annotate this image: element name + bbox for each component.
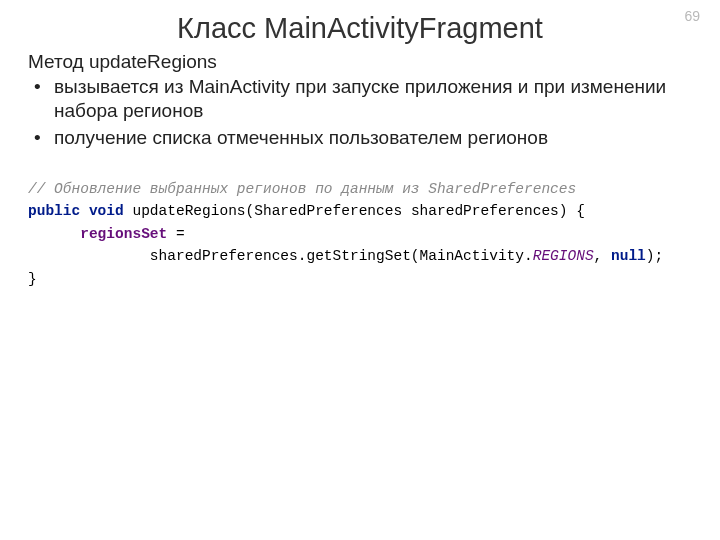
code-text: sharedPreferences.getStringSet(MainActiv… (28, 248, 533, 264)
method-subtitle: Метод updateRegions (28, 51, 692, 73)
slide-title: Класс MainActivityFragment (28, 12, 692, 45)
list-item: получение списка отмеченных пользователе… (28, 126, 692, 150)
code-text: = (167, 226, 184, 242)
code-block: // Обновление выбранных регионов по данн… (28, 178, 692, 290)
code-keyword: void (89, 203, 124, 219)
code-keyword: null (611, 248, 646, 264)
list-item: вызывается из MainActivity при запуске п… (28, 75, 692, 124)
code-static-field: REGIONS (533, 248, 594, 264)
bullet-list: вызывается из MainActivity при запуске п… (28, 75, 692, 150)
code-field: regionsSet (80, 226, 167, 242)
code-text: , (594, 248, 611, 264)
code-text: ); (646, 248, 663, 264)
code-keyword: public (28, 203, 80, 219)
code-brace: } (28, 271, 37, 287)
code-comment: // Обновление выбранных регионов по данн… (28, 181, 576, 197)
code-indent (28, 226, 80, 242)
code-text: updateRegions(SharedPreferences sharedPr… (124, 203, 585, 219)
page-number: 69 (684, 8, 700, 24)
